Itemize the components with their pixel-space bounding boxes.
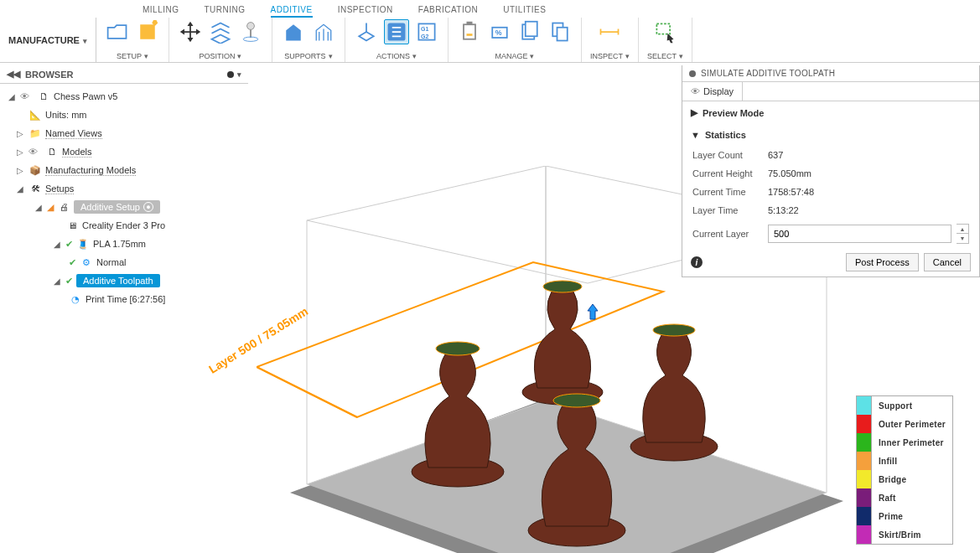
tree-profile[interactable]: ✔⚙Normal <box>0 253 248 271</box>
move-icon[interactable] <box>178 19 203 44</box>
spinner-down-icon[interactable]: ▼ <box>957 234 968 243</box>
component-icon: 🗋 <box>37 90 50 103</box>
legend-outer-perimeter: Outer Perimeter <box>857 415 952 433</box>
swatch-icon <box>857 507 872 525</box>
caret-down-icon[interactable] <box>144 52 148 60</box>
manage-label: MANAGE <box>495 52 527 60</box>
simulate-panel: SIMULATE ADDITIVE TOOLPATH 👁Display ▶Pre… <box>682 65 980 277</box>
caret-down-icon[interactable] <box>412 52 417 60</box>
browser-header[interactable]: ◀◀ BROWSER ▾ <box>0 65 248 84</box>
inspect-label: INSPECT <box>590 52 623 60</box>
svg-point-27 <box>522 380 603 405</box>
manage-export-icon[interactable] <box>547 19 573 44</box>
caret-down-icon[interactable] <box>329 52 333 60</box>
tree-additive-setup[interactable]: ◢◢🖨Additive Setup● <box>0 198 248 216</box>
legend-support: Support <box>857 396 952 415</box>
caret-down-icon[interactable] <box>530 52 534 60</box>
svg-point-32 <box>653 324 695 336</box>
svg-marker-17 <box>290 401 843 553</box>
spinner-up-icon[interactable]: ▲ <box>957 225 968 234</box>
tree-toolpath[interactable]: ◢✔Additive Toolpath <box>0 271 248 290</box>
tab-milling[interactable]: MILLING <box>143 3 179 18</box>
support-wire-icon[interactable] <box>311 19 336 44</box>
setup-new-icon[interactable] <box>135 19 160 44</box>
tree-root[interactable]: ◢👁🗋Chess Pawn v5 <box>0 87 248 106</box>
eye-icon[interactable]: 👁 <box>20 91 34 101</box>
statistics-body: Layer Count637 Current Height75.050mm Cu… <box>682 146 979 248</box>
collapse-left-icon[interactable]: ◀◀ <box>7 69 20 80</box>
tree-print-time[interactable]: ◔Print Time [6:27:56] <box>0 290 248 308</box>
tab-turning[interactable]: TURNING <box>205 3 246 18</box>
svg-line-21 <box>307 220 588 283</box>
eye-icon[interactable]: 👁 <box>29 147 42 157</box>
gcode-icon[interactable]: G1G2 <box>414 19 439 44</box>
ribbon-group-select: SELECT <box>639 18 692 62</box>
tree-manuf-models[interactable]: ▷📦Manufacturing Models <box>0 161 248 179</box>
swatch-icon <box>857 415 872 433</box>
info-icon[interactable]: i <box>691 256 703 268</box>
tree-named-views[interactable]: ▷📁Named Views <box>0 124 248 142</box>
place-icon[interactable] <box>238 19 263 44</box>
setup-icon: 🖨 <box>57 200 70 214</box>
workspace-switcher[interactable]: MANUFACTURE <box>0 18 96 62</box>
caret-down-icon[interactable]: ▾ <box>237 70 241 79</box>
tab-fabrication[interactable]: FABRICATION <box>418 3 478 18</box>
tree-units[interactable]: 📐Units: mm <box>0 106 248 124</box>
svg-point-2 <box>247 23 255 30</box>
select-box-icon[interactable] <box>652 19 677 44</box>
setup-label: SETUP <box>117 52 142 60</box>
options-dot-icon[interactable] <box>227 71 234 78</box>
support-solid-icon[interactable] <box>281 19 306 44</box>
tab-display[interactable]: 👁Display <box>682 82 743 101</box>
manage-material-icon[interactable]: % <box>487 19 512 44</box>
manage-printer-icon[interactable] <box>457 19 482 44</box>
checkmark-icon: ✔ <box>65 239 73 250</box>
browser-panel: ◀◀ BROWSER ▾ ◢👁🗋Chess Pawn v5 📐Units: mm… <box>0 65 248 312</box>
color-legend: Support Outer Perimeter Inner Perimeter … <box>856 395 953 545</box>
tree-printer[interactable]: 🖥Creality Ender 3 Pro <box>0 216 248 235</box>
svg-point-31 <box>630 432 718 461</box>
caret-down-icon[interactable] <box>237 52 241 60</box>
legend-skirt-brim: Skirt/Brim <box>857 525 952 544</box>
simulate-icon[interactable] <box>384 19 409 44</box>
caret-down-icon[interactable] <box>625 52 630 60</box>
checkmark-icon: ✔ <box>69 257 76 268</box>
chevron-down-icon: ▼ <box>691 130 700 140</box>
svg-marker-18 <box>307 401 827 553</box>
arrange-icon[interactable] <box>208 19 233 44</box>
caret-down-icon[interactable] <box>679 52 683 60</box>
preview-mode-toggle[interactable]: ▶Preview Mode <box>682 101 979 124</box>
tree-models[interactable]: ▷👁🗋Models <box>0 142 248 161</box>
svg-rect-13 <box>526 22 537 37</box>
swatch-icon <box>857 433 872 452</box>
simulate-title-bar: SIMULATE ADDITIVE TOOLPATH <box>682 65 979 82</box>
stat-layer-count: Layer Count637 <box>682 146 979 164</box>
setups-icon: 🛠 <box>29 182 42 195</box>
tab-utilities[interactable]: UTILITIES <box>503 3 546 18</box>
actions-label: ACTIONS <box>376 52 410 60</box>
manage-lib-icon[interactable] <box>517 19 542 44</box>
tree-setups[interactable]: ◢🛠Setups <box>0 179 248 198</box>
cancel-button[interactable]: Cancel <box>924 253 971 271</box>
layer-spinner: ▲ ▼ <box>957 224 969 244</box>
generate-icon[interactable] <box>354 19 379 44</box>
setup-open-icon[interactable] <box>105 19 130 44</box>
panel-dot-icon <box>689 70 696 77</box>
tab-additive[interactable]: ADDITIVE <box>271 3 313 18</box>
ribbon: MANUFACTURE SETUP POSITION SUPPORTS G1G2… <box>0 18 980 63</box>
browser-tree: ◢👁🗋Chess Pawn v5 📐Units: mm ▷📁Named View… <box>0 84 248 312</box>
layer-annotation: Layer 500 / 75.05mm <box>206 304 310 376</box>
swatch-icon <box>857 470 872 488</box>
workspace-label: MANUFACTURE <box>8 35 80 45</box>
ribbon-group-supports: SUPPORTS <box>272 18 345 62</box>
ribbon-group-inspect: INSPECT <box>582 18 639 62</box>
tab-inspection[interactable]: INSPECTION <box>338 3 393 18</box>
ribbon-group-actions: G1G2 ACTIONS <box>345 18 449 62</box>
tree-material[interactable]: ◢✔🧵PLA 1.75mm <box>0 235 248 253</box>
svg-rect-15 <box>557 28 567 41</box>
statistics-toggle[interactable]: ▼Statistics <box>682 124 979 146</box>
current-layer-input[interactable] <box>768 225 951 243</box>
measure-icon[interactable] <box>597 19 622 44</box>
position-label: POSITION <box>199 52 235 60</box>
post-process-button[interactable]: Post Process <box>846 253 919 271</box>
